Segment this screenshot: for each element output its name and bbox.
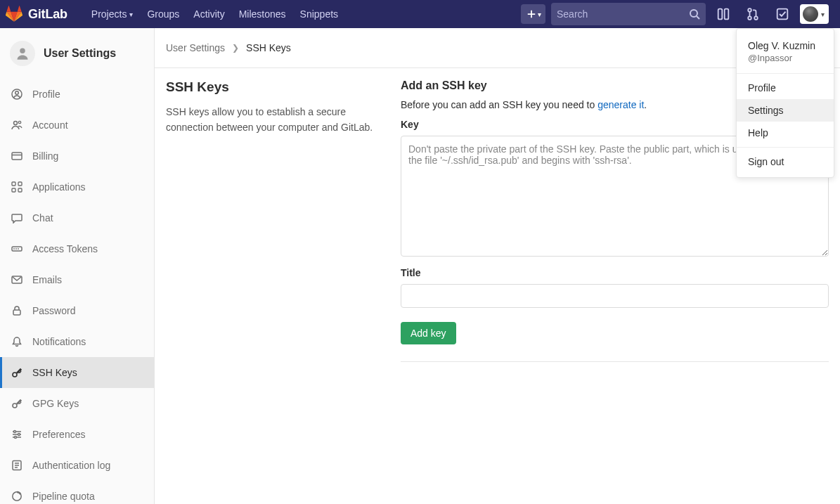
sidebar-item-ssh-keys[interactable]: SSH Keys (0, 357, 154, 388)
account-icon (11, 119, 22, 131)
sidebar-item-pipeline-quota[interactable]: Pipeline quota (0, 481, 154, 504)
sidebar-item-applications[interactable]: Applications (0, 172, 154, 202)
svg-point-19 (15, 248, 17, 250)
sidebar-item-chat[interactable]: Chat (0, 202, 154, 233)
svg-rect-15 (12, 188, 15, 192)
svg-rect-1 (718, 9, 723, 20)
todos-icon[interactable] (770, 0, 794, 28)
chevron-down-icon: ▾ (821, 11, 825, 18)
page-intro: SSH Keys SSH keys allow you to establish… (166, 79, 384, 362)
brand[interactable]: GitLab (6, 6, 67, 22)
svg-rect-12 (12, 153, 22, 160)
sidebar-item-auth-log[interactable]: Authentication log (0, 450, 154, 481)
sidebar-header[interactable]: User Settings (0, 28, 154, 79)
svg-point-11 (18, 121, 20, 123)
plus-icon (526, 9, 536, 19)
add-key-button[interactable]: Add key (401, 322, 456, 344)
user-menu-sign-out[interactable]: Sign out (737, 150, 834, 173)
svg-point-0 (690, 10, 697, 17)
sidebar-item-account[interactable]: Account (0, 110, 154, 141)
sidebar-item-notifications[interactable]: Notifications (0, 326, 154, 357)
sidebar-item-preferences[interactable]: Preferences (0, 419, 154, 450)
user-menu-profile[interactable]: Profile (737, 77, 834, 99)
key-icon (11, 367, 22, 378)
email-icon (11, 274, 22, 285)
svg-point-26 (18, 434, 20, 436)
log-icon (11, 460, 22, 471)
title-label: Title (401, 267, 829, 278)
svg-point-18 (13, 248, 15, 250)
svg-point-5 (754, 16, 758, 20)
user-handle: @Inpassor (748, 53, 822, 63)
lock-icon (11, 305, 22, 316)
page-description: SSH keys allow you to establish a secure… (166, 105, 384, 135)
bell-icon (11, 336, 22, 347)
svg-rect-6 (777, 9, 788, 20)
preferences-icon (11, 429, 22, 440)
sidebar-item-access-tokens[interactable]: Access Tokens (0, 233, 154, 264)
svg-point-20 (18, 248, 19, 250)
primary-nav: Projects▾ Groups Activity Milestones Sni… (84, 0, 345, 28)
svg-rect-16 (18, 188, 22, 192)
nav-projects[interactable]: Projects▾ (84, 0, 141, 28)
user-menu-help[interactable]: Help (737, 122, 834, 144)
brand-label: GitLab (28, 7, 67, 22)
breadcrumb-root[interactable]: User Settings (166, 42, 225, 53)
credit-card-icon (11, 150, 22, 162)
applications-icon (11, 181, 22, 193)
chevron-down-icon: ▾ (129, 11, 133, 18)
svg-point-3 (748, 8, 751, 12)
search-box[interactable] (551, 3, 706, 25)
user-avatar-placeholder (10, 41, 35, 66)
profile-icon (11, 89, 22, 100)
sidebar-item-password[interactable]: Password (0, 295, 154, 326)
svg-rect-13 (12, 182, 15, 186)
sidebar: User Settings Profile Account Billing Ap… (0, 28, 155, 504)
divider (401, 361, 829, 362)
generate-link[interactable]: generate it (597, 99, 644, 110)
gitlab-logo-icon (6, 6, 22, 22)
key-icon (11, 398, 22, 409)
svg-point-9 (15, 91, 19, 95)
user-avatar (803, 6, 818, 22)
chevron-down-icon: ▾ (538, 11, 541, 18)
user-name: Oleg V. Kuzmin (748, 40, 822, 51)
sidebar-item-emails[interactable]: Emails (0, 264, 154, 295)
user-menu-button[interactable]: ▾ (800, 4, 829, 24)
nav-milestones[interactable]: Milestones (232, 0, 293, 28)
merge-requests-icon[interactable] (741, 0, 765, 28)
user-menu-settings[interactable]: Settings (737, 99, 834, 122)
sidebar-nav: Profile Account Billing Applications Cha… (0, 79, 154, 504)
header-right: ▾ ▾ (521, 0, 829, 28)
user-dropdown-header: Oleg V. Kuzmin @Inpassor (737, 33, 834, 70)
issues-icon[interactable] (711, 0, 735, 28)
breadcrumb-current: SSH Keys (246, 42, 291, 53)
svg-point-24 (13, 403, 17, 408)
sidebar-item-gpg-keys[interactable]: GPG Keys (0, 388, 154, 419)
chevron-right-icon: ❯ (232, 43, 239, 53)
svg-point-4 (748, 16, 751, 20)
nav-snippets[interactable]: Snippets (293, 0, 345, 28)
search-input[interactable] (557, 8, 689, 20)
svg-point-27 (15, 437, 17, 439)
divider (737, 73, 834, 74)
svg-point-23 (13, 373, 17, 377)
top-header: GitLab Projects▾ Groups Activity Milesto… (0, 0, 840, 28)
new-button[interactable]: ▾ (521, 4, 545, 24)
user-dropdown: Oleg V. Kuzmin @Inpassor Profile Setting… (736, 28, 834, 178)
svg-rect-2 (725, 9, 729, 20)
nav-activity[interactable]: Activity (186, 0, 231, 28)
title-input[interactable] (401, 284, 829, 308)
divider (737, 147, 834, 148)
svg-rect-14 (18, 182, 22, 186)
svg-point-10 (14, 122, 18, 125)
search-icon (689, 8, 700, 20)
sidebar-title: User Settings (44, 47, 116, 60)
page-title: SSH Keys (166, 79, 384, 95)
nav-groups[interactable]: Groups (140, 0, 186, 28)
sidebar-item-profile[interactable]: Profile (0, 79, 154, 110)
quota-icon (11, 491, 22, 502)
svg-point-7 (20, 49, 25, 54)
svg-point-25 (14, 431, 16, 433)
sidebar-item-billing[interactable]: Billing (0, 141, 154, 172)
